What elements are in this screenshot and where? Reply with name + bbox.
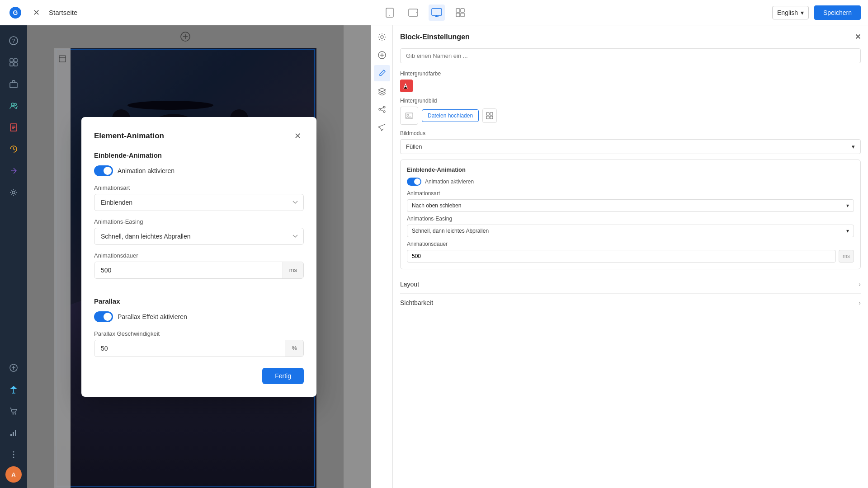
panel-icon-gear[interactable] [374, 29, 390, 45]
animation-easing-select[interactable]: Schnell, dann leichtes Abprallen [94, 228, 304, 245]
svg-text:G: G [13, 9, 18, 16]
color-swatch[interactable] [400, 80, 413, 92]
close-settings-button[interactable]: ✕ [855, 33, 861, 41]
mini-easing-label: Animations-Easing [407, 216, 854, 222]
svg-point-33 [381, 36, 383, 38]
mini-easing-dropdown[interactable]: Schnell, dann leichtes Abprallen ▾ [407, 225, 854, 237]
svg-rect-13 [10, 59, 13, 62]
animation-duration-input[interactable] [94, 262, 283, 278]
close-button[interactable]: ✕ [29, 5, 43, 20]
svg-rect-15 [10, 63, 13, 66]
image-mode-section: Bildmodus Füllen ▾ [400, 130, 861, 154]
panel-icon-edit[interactable] [374, 65, 390, 81]
animation-duration-group: Animationsdauer ms [94, 252, 304, 279]
animation-toggle[interactable] [94, 165, 113, 176]
svg-rect-26 [13, 432, 14, 436]
desktop-view-button[interactable] [429, 5, 445, 21]
visibility-section[interactable]: Sichtbarkeit › [400, 293, 861, 312]
modal-overlay: Element-Animation ✕ Einblende-Animation … [27, 25, 371, 488]
mini-animation-toggle-row: Animation aktivieren [407, 178, 854, 186]
svg-point-3 [389, 15, 390, 16]
block-name-search[interactable] [400, 48, 861, 63]
mini-duration-row: ms [407, 250, 854, 263]
sidebar-item-shop[interactable] [4, 74, 24, 94]
svg-point-36 [379, 108, 381, 110]
grid-view-button[interactable] [452, 5, 468, 21]
mini-animation-title: Einblende-Animation [407, 166, 854, 173]
device-switcher [83, 5, 767, 21]
panel-icon-add[interactable] [374, 47, 390, 63]
mini-easing-value: Schnell, dann leichtes Abprallen [412, 228, 489, 234]
svg-rect-7 [456, 9, 460, 12]
topbar: G ✕ Startseite English ▾ Speichern [0, 0, 868, 25]
element-animation-modal: Element-Animation ✕ Einblende-Animation … [81, 117, 316, 397]
done-button[interactable]: Fertig [262, 368, 304, 384]
language-dropdown-arrow: ▾ [801, 9, 804, 16]
image-mode-label: Bildmodus [400, 130, 861, 136]
svg-point-35 [383, 106, 385, 108]
section-separator [94, 288, 304, 288]
upload-files-button[interactable]: Dateien hochladen [422, 109, 479, 122]
sidebar-item-forms[interactable] [4, 117, 24, 137]
parallax-toggle-label: Parallax Effekt aktivieren [118, 313, 187, 320]
sidebar-item-settings[interactable] [4, 183, 24, 202]
app-logo[interactable]: G [7, 5, 24, 21]
sidebar-item-publish[interactable] [4, 380, 24, 399]
panel-icon-share[interactable] [374, 101, 390, 117]
svg-point-37 [383, 111, 385, 113]
parallax-speed-input-row: % [94, 340, 304, 357]
panel-icon-layers[interactable] [374, 83, 390, 99]
svg-point-29 [13, 454, 14, 455]
animation-type-select[interactable]: Einblenden [94, 194, 304, 211]
block-settings-panel: Block-Einstellungen ✕ Hintergrundfarbe H… [392, 25, 868, 488]
mini-duration-label: Animationsdauer [407, 241, 854, 247]
bg-image-placeholder [400, 107, 418, 125]
svg-point-23 [13, 413, 14, 415]
sidebar-item-users[interactable] [4, 96, 24, 116]
svg-point-19 [14, 103, 17, 106]
user-avatar[interactable]: A [5, 466, 22, 483]
layout-section[interactable]: Layout › [400, 275, 861, 293]
svg-rect-8 [461, 9, 464, 12]
mini-anim-type-dropdown[interactable]: Nach oben schieben ▾ [407, 199, 854, 212]
animation-toggle-label: Animation aktivieren [118, 167, 175, 174]
image-mode-dropdown[interactable]: Füllen ▾ [400, 139, 861, 154]
svg-point-24 [15, 413, 16, 415]
svg-rect-17 [10, 83, 17, 88]
mini-duration-input[interactable] [407, 250, 836, 263]
parallax-speed-label: Parallax Geschwindigkeit [94, 330, 304, 337]
sidebar-item-ecommerce[interactable] [4, 401, 24, 421]
panel-icon-send[interactable] [374, 119, 390, 136]
sidebar-item-add[interactable] [4, 358, 24, 378]
save-button[interactable]: Speichern [814, 5, 861, 20]
svg-rect-14 [14, 59, 17, 62]
sidebar-item-more[interactable] [4, 445, 24, 465]
sidebar-item-marketing[interactable] [4, 139, 24, 159]
svg-point-30 [13, 457, 14, 458]
parallax-speed-input[interactable] [94, 340, 285, 357]
svg-rect-10 [461, 13, 464, 17]
modal-close-button[interactable]: ✕ [291, 130, 304, 142]
background-image-section: Hintergrundbild Dateien hochladen [400, 98, 861, 125]
sidebar-item-analytics[interactable] [4, 423, 24, 443]
layout-chevron: › [859, 281, 861, 288]
mobile-view-button[interactable] [382, 5, 398, 21]
svg-point-21 [12, 191, 15, 194]
modal-footer: Fertig [94, 368, 304, 384]
topbar-right: English ▾ Speichern [772, 5, 861, 20]
svg-rect-9 [456, 13, 460, 17]
sidebar-item-help[interactable]: ? [4, 31, 24, 51]
animation-easing-group: Animations-Easing Schnell, dann leichtes… [94, 218, 304, 245]
svg-rect-6 [432, 9, 442, 15]
sidebar-item-pages[interactable] [4, 52, 24, 72]
tablet-view-button[interactable] [405, 5, 421, 21]
settings-panel-title-text: Block-Einstellungen [400, 33, 470, 41]
layout-label: Layout [400, 281, 419, 288]
svg-rect-16 [14, 63, 17, 66]
language-selector[interactable]: English ▾ [772, 6, 809, 19]
sidebar-item-automation[interactable] [4, 161, 24, 181]
mini-animation-toggle[interactable] [407, 178, 421, 186]
mini-anim-type-label: Animationsart [407, 190, 854, 197]
gallery-button[interactable] [482, 108, 497, 123]
parallax-toggle[interactable] [94, 311, 113, 322]
